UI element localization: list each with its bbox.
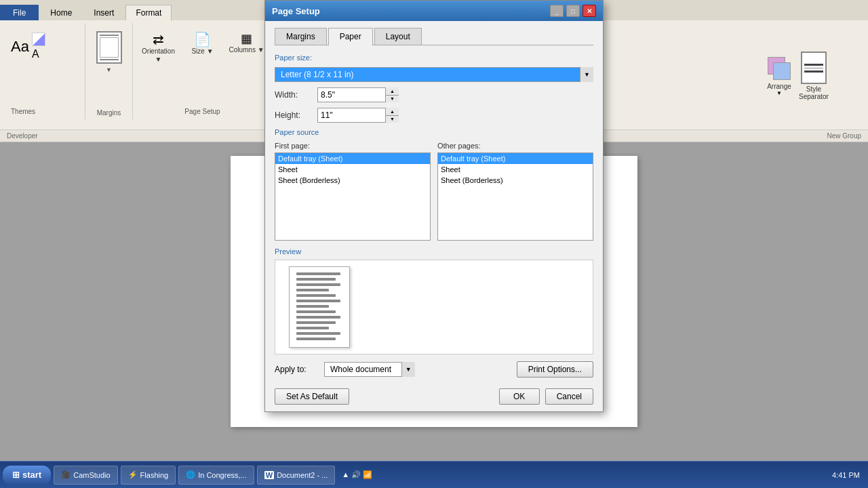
preview-label: Preview xyxy=(275,247,593,256)
first-page-item-default[interactable]: Default tray (Sheet) xyxy=(275,153,430,164)
flashing-icon: ⚡ xyxy=(128,470,138,479)
tab-home[interactable]: Home xyxy=(40,5,82,20)
height-decrement-button[interactable]: ▼ xyxy=(386,116,399,123)
paper-size-select-wrapper: Letter (8 1/2 x 11 in) ▼ xyxy=(275,67,593,82)
preview-line-3 xyxy=(296,283,340,286)
style-separator-icon xyxy=(801,52,827,84)
dialog-title-buttons: _ □ ✕ xyxy=(550,5,596,17)
height-increment-button[interactable]: ▲ xyxy=(386,108,399,116)
tray-icons: ▲ 🔊 📶 xyxy=(342,470,372,479)
themes-a-icon: A xyxy=(32,48,45,60)
word-icon: W xyxy=(264,471,274,479)
size-label: Size ▼ xyxy=(191,47,213,56)
paper-source-label: Paper source xyxy=(275,128,593,136)
preview-line-11 xyxy=(296,327,329,329)
first-page-column: First page: Default tray (Sheet) Sheet S… xyxy=(275,142,431,241)
taskbar-camstudio[interactable]: 🎥 CamStudio xyxy=(54,466,117,485)
developer-tab-label: Developer xyxy=(7,132,38,140)
taskbar-tray: ▲ 🔊 📶 xyxy=(338,470,376,479)
congress-label: In Congress,... xyxy=(198,471,247,479)
size-icon: 📄 xyxy=(194,31,211,47)
width-decrement-button[interactable]: ▼ xyxy=(386,96,399,103)
taskbar-flashing[interactable]: ⚡ Flashing xyxy=(121,466,176,485)
other-pages-item-sheet[interactable]: Sheet xyxy=(438,164,593,175)
taskbar-document[interactable]: W Document2 - ... xyxy=(257,466,336,485)
paper-size-dropdown-arrow[interactable]: ▼ xyxy=(580,67,593,82)
dialog-title: Page Setup xyxy=(272,6,320,16)
other-pages-column: Other pages: Default tray (Sheet) Sheet … xyxy=(437,142,593,241)
tab-file[interactable]: File xyxy=(0,5,39,20)
dialog-titlebar: Page Setup _ □ ✕ xyxy=(265,1,603,21)
camstudio-label: CamStudio xyxy=(73,471,110,479)
dialog-close-button[interactable]: ✕ xyxy=(583,5,596,17)
dialog-tab-bar: Margins Paper Layout xyxy=(275,28,593,45)
first-page-item-borderless[interactable]: Sheet (Borderless) xyxy=(275,175,430,186)
page-setup-dialog: Page Setup _ □ ✕ Margins Paper Layout Pa… xyxy=(264,0,604,412)
margins-group-label: Margins xyxy=(97,109,121,117)
tab-format[interactable]: Format xyxy=(125,5,172,21)
width-increment-button[interactable]: ▲ xyxy=(386,87,399,96)
other-pages-listbox[interactable]: Default tray (Sheet) Sheet Sheet (Border… xyxy=(437,152,593,241)
start-icon: ⊞ xyxy=(12,470,20,480)
orientation-label: Orientation ▼ xyxy=(140,47,177,64)
print-options-button[interactable]: Print Options... xyxy=(517,361,593,378)
preview-line-4 xyxy=(296,289,329,291)
start-button[interactable]: ⊞ start xyxy=(3,466,51,485)
orientation-button[interactable]: ⇄ Orientation ▼ xyxy=(140,31,177,64)
clock-time: 4:41 PM xyxy=(832,471,860,479)
preview-line-12 xyxy=(296,332,340,335)
ribbon-group-margins: ▼ Margins xyxy=(85,23,133,119)
themes-group-label: Themes xyxy=(11,108,35,115)
taskbar-congress[interactable]: 🌐 In Congress,... xyxy=(178,466,254,485)
set-as-default-button[interactable]: Set As Default xyxy=(275,388,349,405)
width-spinner-buttons: ▲ ▼ xyxy=(385,87,399,102)
preview-line-8 xyxy=(296,310,336,313)
tab-layout[interactable]: Layout xyxy=(374,28,422,45)
width-label: Width: xyxy=(275,90,312,100)
other-pages-item-default[interactable]: Default tray (Sheet) xyxy=(438,153,593,164)
margins-preview-icon xyxy=(96,31,122,64)
preview-line-9 xyxy=(296,316,340,319)
size-button[interactable]: 📄 Size ▼ xyxy=(184,31,221,64)
apply-to-label: Apply to: xyxy=(275,365,319,374)
columns-button[interactable]: ▦ Columns ▼ xyxy=(228,31,265,64)
height-spinner: 11" ▲ ▼ xyxy=(317,108,399,123)
start-label: start xyxy=(22,470,41,480)
dialog-maximize-button[interactable]: □ xyxy=(566,5,580,17)
tab-paper[interactable]: Paper xyxy=(328,28,373,45)
ribbon-group-themes: Aa A Themes xyxy=(4,23,85,119)
preview-line-1 xyxy=(296,272,340,275)
themes-color-swatch[interactable] xyxy=(32,33,45,46)
taskbar-clock: 4:41 PM xyxy=(832,471,865,479)
arrange-button[interactable]: Arrange ▼ xyxy=(766,56,792,96)
style-separator-button[interactable]: StyleSeparator xyxy=(799,52,829,100)
preview-line-6 xyxy=(296,300,340,302)
apply-to-dropdown-arrow[interactable]: ▼ xyxy=(401,362,415,377)
arrange-label: Arrange xyxy=(767,83,791,90)
paper-source-area: First page: Default tray (Sheet) Sheet S… xyxy=(275,142,593,241)
tab-insert[interactable]: Insert xyxy=(83,5,124,20)
other-pages-item-borderless[interactable]: Sheet (Borderless) xyxy=(438,175,593,186)
preview-line-5 xyxy=(296,294,336,297)
page-setup-group-label: Page Setup xyxy=(140,108,265,115)
dialog-body: Margins Paper Layout Paper size: Letter … xyxy=(265,21,603,411)
preview-line-13 xyxy=(296,338,336,340)
columns-label: Columns ▼ xyxy=(229,46,264,54)
tab-margins[interactable]: Margins xyxy=(275,28,327,45)
preview-line-10 xyxy=(296,321,336,324)
dialog-minimize-button[interactable]: _ xyxy=(550,5,564,17)
apply-to-select-wrapper: Whole document ▼ xyxy=(324,362,415,377)
margins-down-arrow: ▼ xyxy=(106,66,112,73)
paper-size-select[interactable]: Letter (8 1/2 x 11 in) xyxy=(275,67,593,82)
height-spinner-buttons: ▲ ▼ xyxy=(385,108,399,123)
style-separator-label: StyleSeparator xyxy=(799,85,829,100)
cancel-button[interactable]: Cancel xyxy=(545,388,593,405)
ok-button[interactable]: OK xyxy=(499,388,540,405)
first-page-listbox[interactable]: Default tray (Sheet) Sheet Sheet (Border… xyxy=(275,152,431,241)
height-row: Height: 11" ▲ ▼ xyxy=(275,108,593,123)
arrange-icon xyxy=(766,56,792,81)
paper-size-label: Paper size: xyxy=(275,54,593,62)
first-page-label: First page: xyxy=(275,142,431,150)
ok-cancel-buttons: OK Cancel xyxy=(499,388,593,405)
first-page-item-sheet[interactable]: Sheet xyxy=(275,164,430,175)
